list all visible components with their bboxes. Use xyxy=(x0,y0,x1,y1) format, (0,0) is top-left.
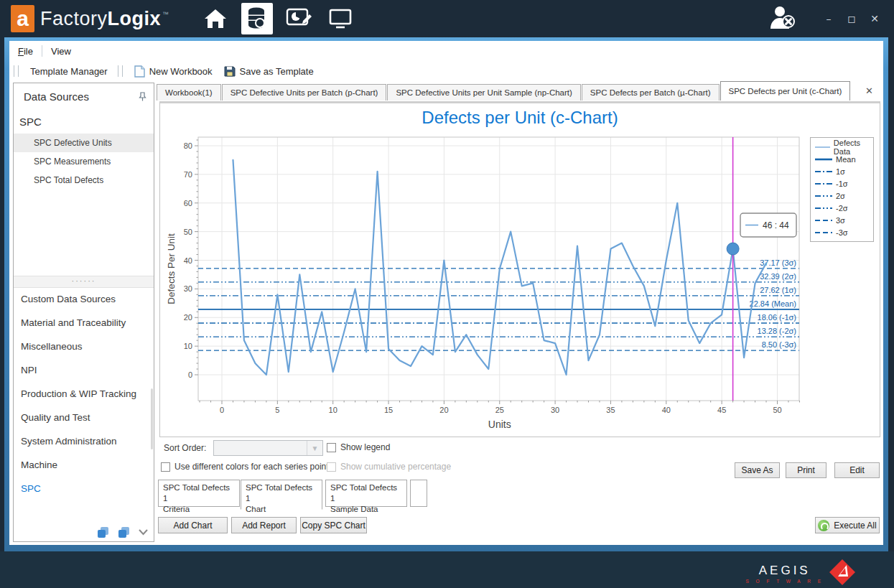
sidebar-category-spc[interactable]: SPC xyxy=(14,477,154,500)
window-content: File View Template Manager New Workbook … xyxy=(9,41,883,545)
legend-label: 3σ xyxy=(836,216,845,225)
legend-label: 2σ xyxy=(836,192,845,200)
sidebar-category-material-and-traceability[interactable]: Material and Traceability xyxy=(14,311,154,335)
legend-item--1σ: -1σ xyxy=(815,177,873,190)
checkbox-box[interactable] xyxy=(327,443,336,452)
legend-label: -3σ xyxy=(836,228,848,237)
maximize-button[interactable]: ◻ xyxy=(844,0,860,37)
tab-0[interactable]: Workbook(1) xyxy=(157,84,221,101)
legend-item-3σ: 3σ xyxy=(815,214,873,226)
save-as-button[interactable]: Save As xyxy=(735,462,780,478)
sidebar-item-spc-defective-units[interactable]: SPC Defective Units xyxy=(14,134,154,152)
show-legend-checkbox[interactable]: Show legend xyxy=(327,442,390,452)
svg-text:0: 0 xyxy=(220,406,224,414)
copy-spc-chart-button[interactable]: Copy SPC Chart xyxy=(300,517,367,533)
template-manager-button[interactable]: Template Manager xyxy=(24,66,113,77)
user-signout-button[interactable] xyxy=(768,6,798,32)
sidebar-header: Data Sources xyxy=(14,83,154,108)
svg-text:20: 20 xyxy=(184,313,192,322)
svg-text:22.84 (Mean): 22.84 (Mean) xyxy=(750,299,796,308)
tab-1[interactable]: SPC Defective Units per Batch (p-Chart) xyxy=(222,84,387,101)
svg-text:30: 30 xyxy=(551,406,559,414)
svg-text:35: 35 xyxy=(606,406,615,414)
new-workbook-label: New Workbook xyxy=(149,66,213,77)
home-button[interactable] xyxy=(200,3,231,34)
aegis-wordmark: AEGIS S O F T W A R E xyxy=(745,564,824,584)
sidebar-category-system-administration[interactable]: System Administration xyxy=(14,429,154,453)
svg-text:40: 40 xyxy=(662,406,671,414)
legend-label: -1σ xyxy=(836,179,848,188)
svg-text:20: 20 xyxy=(439,406,448,414)
main-area: Workbook(1)SPC Defective Units per Batch… xyxy=(157,81,883,545)
tab-3[interactable]: SPC Defects per Batch (µ-Chart) xyxy=(582,84,720,101)
copy-stack-icon[interactable] xyxy=(97,526,109,538)
sidebar-category-custom-data-sources[interactable]: Custom Data Sources xyxy=(14,287,154,311)
tab-4-active[interactable]: SPC Defects per Unit (c-Chart) xyxy=(720,81,851,101)
sidebar-item-spc-measurements[interactable]: SPC Measurements xyxy=(14,152,154,171)
close-tab-icon[interactable]: ✕ xyxy=(865,85,873,96)
show-cumulative-label: Show cumulative percentage xyxy=(340,462,451,472)
spc-c-chart[interactable]: 0510152025303540455001020304050607080Uni… xyxy=(164,135,812,440)
edit-button[interactable]: Edit xyxy=(834,462,880,478)
sidebar-category-quality-and-test[interactable]: Quality and Test xyxy=(14,406,154,429)
sidebar-categories: Custom Data SourcesMaterial and Traceabi… xyxy=(14,287,154,500)
use-different-colors-checkbox[interactable]: Use different colors for each series poi… xyxy=(161,462,329,472)
new-workbook-button[interactable]: New Workbook xyxy=(129,65,218,78)
presentation-button[interactable] xyxy=(283,3,315,34)
svg-text:Units: Units xyxy=(488,419,511,430)
save-as-template-button[interactable]: Save as Template xyxy=(218,65,320,77)
legend-item--3σ: -3σ xyxy=(815,226,873,238)
sidebar-category-machine[interactable]: Machine xyxy=(14,453,154,477)
legend-line-sample xyxy=(815,230,832,235)
sidebar-category-npi[interactable]: NPI xyxy=(14,358,154,382)
menu-file[interactable]: File xyxy=(9,46,42,57)
subtab-chart[interactable]: SPC Total Defects 1Chart xyxy=(241,480,322,510)
monitor-button[interactable] xyxy=(325,3,356,34)
chevron-down-icon[interactable] xyxy=(139,529,148,536)
chart-panel: Defects per Unit (c-Chart) 0510152025303… xyxy=(159,101,880,437)
pin-icon[interactable] xyxy=(139,92,146,101)
svg-text:80: 80 xyxy=(184,141,192,150)
execute-all-button[interactable]: Execute All xyxy=(815,517,880,533)
brand-factory: Factory xyxy=(40,8,108,30)
sidebar-group-spc[interactable]: SPC xyxy=(14,108,154,134)
titlebar: a FactoryLogix™ xyxy=(0,0,894,37)
sidebar-item-spc-total-defects[interactable]: SPC Total Defects xyxy=(14,171,154,190)
execute-icon xyxy=(818,520,829,531)
workbook-tabstrip: Workbook(1)SPC Defective Units per Batch… xyxy=(157,81,883,101)
sidebar-scrollbar[interactable] xyxy=(151,388,153,449)
sort-order-label: Sort Order: xyxy=(164,443,206,453)
svg-text:32.39 (2σ): 32.39 (2σ) xyxy=(760,272,796,281)
subtab-stub[interactable] xyxy=(410,480,427,507)
logo-letter: a xyxy=(17,8,29,29)
svg-text:13.28 (-2σ): 13.28 (-2σ) xyxy=(758,327,796,335)
titlebar-right: – ◻ ✕ xyxy=(768,0,883,37)
close-button[interactable]: ✕ xyxy=(867,0,883,37)
subtab-line1: SPC Total Defects 1 xyxy=(330,482,402,504)
sidebar-data-sources: Data Sources SPC SPC Defective UnitsSPC … xyxy=(13,83,154,542)
desktop-footer: AEGIS S O F T W A R E xyxy=(0,551,894,588)
sidebar-category-miscellaneous[interactable]: Miscellaneous xyxy=(14,335,154,358)
minimize-button[interactable]: – xyxy=(821,0,837,37)
subtab-criteria[interactable]: SPC Total Defects 1Criteria xyxy=(158,480,240,507)
menu-view[interactable]: View xyxy=(42,46,80,57)
sidebar-category-production-wip-tracking[interactable]: Production & WIP Tracking xyxy=(14,382,154,406)
add-report-button[interactable]: Add Report xyxy=(231,517,297,533)
print-button[interactable]: Print xyxy=(786,462,827,478)
tab-2[interactable]: SPC Defective Units per Unit Sample (np-… xyxy=(387,84,580,101)
sidebar-splitter[interactable]: ······ xyxy=(14,276,154,288)
svg-text:45: 45 xyxy=(717,406,726,414)
subtab-sample-data[interactable]: SPC Total Defects 1Sample Data xyxy=(325,480,407,507)
add-chart-button[interactable]: Add Chart xyxy=(158,517,228,533)
data-browser-button[interactable] xyxy=(241,3,273,34)
svg-text:25: 25 xyxy=(495,406,504,414)
checkbox-box[interactable] xyxy=(161,462,170,472)
legend-label: Defects Data xyxy=(834,139,873,156)
svg-text:10: 10 xyxy=(329,406,337,414)
copy-stack-icon[interactable] xyxy=(118,526,130,538)
sort-order-select[interactable]: ▼ xyxy=(213,440,323,456)
svg-text:70: 70 xyxy=(184,170,192,179)
legend-item-2σ: 2σ xyxy=(815,190,873,202)
toolbar-grip xyxy=(14,65,19,77)
legend-label: -2σ xyxy=(836,204,848,213)
